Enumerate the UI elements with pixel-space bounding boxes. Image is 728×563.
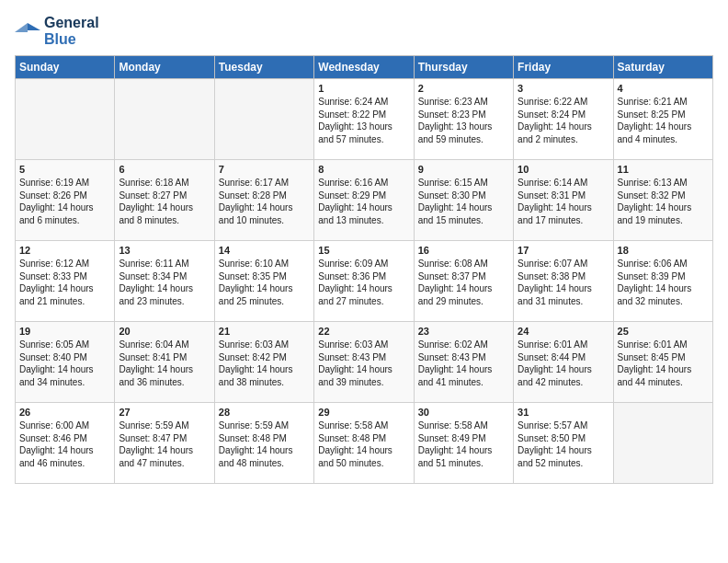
sunrise-text: Sunrise: 6:12 AM	[19, 258, 110, 270]
daylight-text: Daylight: 14 hours and 23 minutes.	[119, 282, 210, 307]
sunrise-text: Sunrise: 6:16 AM	[318, 177, 409, 190]
logo-icon	[15, 21, 40, 41]
sunset-text: Sunset: 8:39 PM	[618, 270, 709, 283]
sunrise-text: Sunrise: 6:15 AM	[418, 177, 509, 190]
calendar-cell: 8Sunrise: 6:16 AMSunset: 8:29 PMDaylight…	[314, 160, 414, 241]
daylight-text: Daylight: 14 hours and 31 minutes.	[518, 282, 609, 307]
sunset-text: Sunset: 8:48 PM	[219, 432, 310, 445]
sunset-text: Sunset: 8:33 PM	[19, 270, 110, 283]
calendar-cell: 5Sunrise: 6:19 AMSunset: 8:26 PMDaylight…	[16, 160, 115, 241]
day-number: 12	[19, 245, 110, 256]
sunrise-text: Sunrise: 6:22 AM	[518, 96, 609, 109]
sunset-text: Sunset: 8:43 PM	[318, 351, 409, 364]
daylight-text: Daylight: 14 hours and 8 minutes.	[119, 201, 210, 226]
week-row-5: 26Sunrise: 6:00 AMSunset: 8:46 PMDayligh…	[16, 403, 713, 484]
week-row-2: 5Sunrise: 6:19 AMSunset: 8:26 PMDaylight…	[16, 160, 713, 241]
day-number: 25	[618, 326, 709, 337]
sunrise-text: Sunrise: 6:06 AM	[618, 258, 709, 270]
calendar-cell: 13Sunrise: 6:11 AMSunset: 8:34 PMDayligh…	[115, 241, 214, 322]
day-number: 14	[219, 245, 310, 256]
daylight-text: Daylight: 14 hours and 42 minutes.	[518, 363, 609, 388]
calendar-cell: 30Sunrise: 5:58 AMSunset: 8:49 PMDayligh…	[414, 403, 513, 484]
day-number: 5	[19, 164, 110, 175]
sunrise-text: Sunrise: 6:23 AM	[418, 96, 509, 109]
sunset-text: Sunset: 8:38 PM	[518, 270, 609, 283]
week-row-3: 12Sunrise: 6:12 AMSunset: 8:33 PMDayligh…	[16, 241, 713, 322]
day-number: 4	[618, 83, 709, 94]
daylight-text: Daylight: 14 hours and 44 minutes.	[618, 363, 709, 388]
sunrise-text: Sunrise: 6:05 AM	[19, 339, 110, 351]
day-number: 1	[318, 83, 409, 94]
sunrise-text: Sunrise: 5:57 AM	[518, 419, 609, 432]
week-row-4: 19Sunrise: 6:05 AMSunset: 8:40 PMDayligh…	[16, 322, 713, 403]
calendar-cell: 19Sunrise: 6:05 AMSunset: 8:40 PMDayligh…	[16, 322, 115, 403]
calendar-header-row: SundayMondayTuesdayWednesdayThursdayFrid…	[16, 56, 713, 79]
sunrise-text: Sunrise: 6:01 AM	[618, 339, 709, 351]
sunset-text: Sunset: 8:49 PM	[418, 432, 509, 445]
calendar-cell: 9Sunrise: 6:15 AMSunset: 8:30 PMDaylight…	[414, 160, 513, 241]
header-cell-sunday: Sunday	[16, 56, 115, 79]
sunrise-text: Sunrise: 6:18 AM	[119, 177, 210, 190]
svg-marker-1	[15, 23, 28, 32]
day-number: 7	[219, 164, 310, 175]
sunset-text: Sunset: 8:48 PM	[318, 432, 409, 445]
day-number: 20	[119, 326, 210, 337]
calendar-cell: 27Sunrise: 5:59 AMSunset: 8:47 PMDayligh…	[115, 403, 214, 484]
sunrise-text: Sunrise: 6:03 AM	[219, 339, 310, 351]
calendar-cell: 23Sunrise: 6:02 AMSunset: 8:43 PMDayligh…	[414, 322, 513, 403]
daylight-text: Daylight: 14 hours and 21 minutes.	[19, 282, 110, 307]
calendar-cell: 17Sunrise: 6:07 AMSunset: 8:38 PMDayligh…	[514, 241, 613, 322]
day-number: 2	[418, 83, 509, 94]
day-number: 28	[219, 407, 310, 418]
day-number: 30	[418, 407, 509, 418]
day-number: 15	[318, 245, 409, 256]
daylight-text: Daylight: 14 hours and 36 minutes.	[119, 363, 210, 388]
daylight-text: Daylight: 14 hours and 17 minutes.	[518, 201, 609, 226]
sunset-text: Sunset: 8:32 PM	[618, 190, 709, 202]
svg-marker-0	[28, 23, 40, 30]
week-row-1: 1Sunrise: 6:24 AMSunset: 8:22 PMDaylight…	[16, 79, 713, 160]
daylight-text: Daylight: 14 hours and 47 minutes.	[119, 444, 210, 469]
header-cell-friday: Friday	[514, 56, 613, 79]
sunrise-text: Sunrise: 5:59 AM	[219, 419, 310, 432]
sunrise-text: Sunrise: 6:03 AM	[318, 339, 409, 351]
calendar-cell: 6Sunrise: 6:18 AMSunset: 8:27 PMDaylight…	[115, 160, 214, 241]
day-number: 17	[518, 245, 609, 256]
day-number: 21	[219, 326, 310, 337]
day-number: 13	[119, 245, 210, 256]
day-number: 24	[518, 326, 609, 337]
calendar-cell: 2Sunrise: 6:23 AMSunset: 8:23 PMDaylight…	[414, 79, 513, 160]
sunrise-text: Sunrise: 6:10 AM	[219, 258, 310, 270]
sunset-text: Sunset: 8:42 PM	[219, 351, 310, 364]
sunrise-text: Sunrise: 6:00 AM	[19, 419, 110, 432]
sunset-text: Sunset: 8:25 PM	[618, 109, 709, 121]
daylight-text: Daylight: 14 hours and 39 minutes.	[318, 363, 409, 388]
daylight-text: Daylight: 13 hours and 57 minutes.	[318, 121, 409, 145]
calendar-cell: 1Sunrise: 6:24 AMSunset: 8:22 PMDaylight…	[314, 79, 414, 160]
day-number: 8	[318, 164, 409, 175]
header-cell-wednesday: Wednesday	[314, 56, 414, 79]
sunset-text: Sunset: 8:27 PM	[119, 190, 210, 202]
calendar-cell: 28Sunrise: 5:59 AMSunset: 8:48 PMDayligh…	[214, 403, 313, 484]
sunrise-text: Sunrise: 6:11 AM	[119, 258, 210, 270]
calendar-cell	[613, 403, 712, 484]
sunset-text: Sunset: 8:24 PM	[518, 109, 609, 121]
day-number: 9	[418, 164, 509, 175]
daylight-text: Daylight: 14 hours and 51 minutes.	[418, 444, 509, 469]
daylight-text: Daylight: 14 hours and 46 minutes.	[19, 444, 110, 469]
day-number: 26	[19, 407, 110, 418]
day-number: 6	[119, 164, 210, 175]
calendar-cell: 24Sunrise: 6:01 AMSunset: 8:44 PMDayligh…	[514, 322, 613, 403]
calendar-cell: 7Sunrise: 6:17 AMSunset: 8:28 PMDaylight…	[214, 160, 313, 241]
sunrise-text: Sunrise: 6:08 AM	[418, 258, 509, 270]
daylight-text: Daylight: 14 hours and 10 minutes.	[219, 201, 310, 226]
header-cell-monday: Monday	[115, 56, 214, 79]
sunset-text: Sunset: 8:23 PM	[418, 109, 509, 121]
sunset-text: Sunset: 8:45 PM	[618, 351, 709, 364]
daylight-text: Daylight: 14 hours and 48 minutes.	[219, 444, 310, 469]
calendar-cell: 4Sunrise: 6:21 AMSunset: 8:25 PMDaylight…	[613, 79, 712, 160]
sunrise-text: Sunrise: 6:01 AM	[518, 339, 609, 351]
calendar-cell: 22Sunrise: 6:03 AMSunset: 8:43 PMDayligh…	[314, 322, 414, 403]
day-number: 22	[318, 326, 409, 337]
sunrise-text: Sunrise: 5:58 AM	[318, 419, 409, 432]
